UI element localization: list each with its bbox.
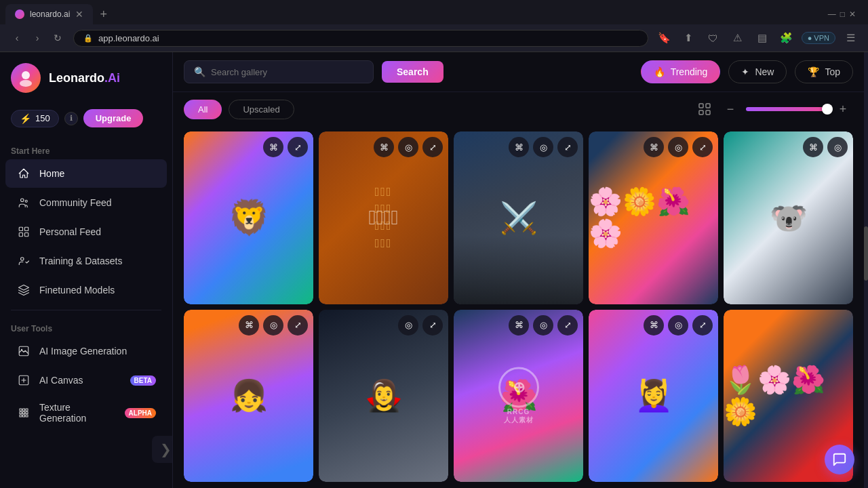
gallery-item[interactable]: 🐨 ⌘ ◎ (724, 131, 853, 304)
info-icon[interactable]: ℹ (64, 112, 78, 125)
lock-icon: 🔒 (83, 34, 93, 43)
close-tab-button[interactable]: ✕ (75, 9, 83, 20)
item-cmd-button[interactable]: ⌘ (803, 137, 823, 157)
item-cmd-button[interactable]: ⌘ (239, 315, 259, 336)
search-button[interactable]: Search (382, 61, 443, 83)
svg-rect-15 (706, 110, 710, 115)
svg-rect-14 (699, 110, 703, 115)
back-button[interactable]: ‹ (8, 29, 26, 47)
reader-button[interactable]: ▤ (753, 28, 772, 47)
item-overlay: ⌘ ◎ ⤢ (589, 131, 718, 163)
logo-text: Leonardo.Ai (49, 71, 120, 85)
sidebar-personal-label: Personal Feed (39, 226, 101, 237)
item-circle-button[interactable]: ◎ (398, 315, 418, 336)
forward-button[interactable]: › (28, 29, 46, 47)
active-tab[interactable]: leonardo.ai ✕ (5, 4, 93, 24)
trending-label: Trending (671, 66, 708, 77)
extensions-button[interactable]: 🧩 (777, 28, 796, 47)
gallery-item[interactable]: 🌸🌼🌺🌸 ⌘ ◎ ⤢ (589, 131, 718, 304)
texture-icon (16, 405, 31, 420)
search-box: 🔍 (184, 60, 374, 83)
item-circle-button[interactable]: ◎ (533, 315, 553, 336)
credits-value: 150 (35, 113, 50, 123)
reload-button[interactable]: ↻ (49, 29, 66, 47)
zoom-in-button[interactable]: + (833, 99, 853, 119)
item-circle-button[interactable]: ◎ (398, 137, 418, 157)
item-circle-button[interactable]: ◎ (263, 315, 283, 336)
search-input[interactable] (211, 67, 363, 77)
zoom-slider[interactable] (746, 107, 827, 111)
training-icon (16, 253, 31, 268)
item-overlay: ◎ ⤢ (319, 310, 448, 341)
gallery-grid: 🦁 ⌘ ⤢ 𓂀𓃒𓅓𓆙 𓂀𓃒𓅓𓆙� (184, 126, 853, 482)
shield-button[interactable]: 🛡 (704, 28, 723, 47)
sidebar-item-home[interactable]: Home (5, 159, 167, 188)
top-button[interactable]: 🏆 Top (795, 60, 853, 83)
trending-icon: 🔥 (654, 66, 665, 77)
new-icon: ✦ (741, 66, 749, 77)
item-circle-button[interactable]: ◎ (668, 315, 688, 336)
svg-point-1 (20, 80, 32, 87)
item-expand-button[interactable]: ⤢ (288, 137, 308, 157)
scrollbar-thumb[interactable] (864, 226, 868, 281)
new-tab-button[interactable]: + (93, 7, 114, 22)
item-cmd-button[interactable]: ⌘ (644, 137, 664, 157)
tab-bar: leonardo.ai ✕ + — □ ✕ (0, 0, 868, 24)
url-bar[interactable]: 🔒 app.leonardo.ai (73, 30, 648, 47)
menu-button[interactable]: ☰ (841, 28, 860, 47)
sidebar-item-personal-feed[interactable]: Personal Feed (5, 218, 167, 246)
item-cmd-button[interactable]: ⌘ (509, 315, 529, 336)
gallery-item-image: 🌸🌼🌺🌸 ⌘ ◎ ⤢ (589, 131, 718, 304)
sidebar-item-community-feed[interactable]: Community Feed (5, 188, 167, 217)
grid-controls: − + (694, 99, 853, 119)
item-cmd-button[interactable]: ⌘ (509, 137, 529, 157)
zoom-out-button[interactable]: − (720, 99, 741, 119)
sidebar-item-finetuned[interactable]: Finetuned Models (5, 276, 167, 304)
alert-button[interactable]: ⚠ (728, 28, 747, 47)
sidebar-divider (11, 310, 161, 310)
item-expand-button[interactable]: ⤢ (557, 315, 578, 336)
minimize-button[interactable]: — (828, 9, 836, 19)
new-button[interactable]: ✦ New (728, 60, 787, 83)
item-circle-button[interactable]: ◎ (533, 137, 553, 157)
chat-bubble[interactable] (825, 445, 854, 474)
gallery-item-image: 🌺 ⊕ RRCG 人人素材 ⌘ ◎ ⤢ (454, 310, 583, 483)
share-button[interactable]: ⬆ (679, 28, 698, 47)
item-expand-button[interactable]: ⤢ (557, 137, 578, 157)
credits-icon: ⚡ (20, 113, 31, 124)
sidebar-item-training[interactable]: Training & Datasets (5, 247, 167, 275)
gallery-item-image: 👧 ⌘ ◎ ⤢ (184, 310, 313, 483)
bookmark-button[interactable]: 🔖 (655, 28, 674, 47)
logo-dot: .Ai (104, 71, 120, 85)
all-tab[interactable]: All (184, 100, 222, 119)
trending-button[interactable]: 🔥 Trending (641, 60, 721, 83)
item-expand-button[interactable]: ⤢ (692, 315, 713, 336)
sidebar-item-texture[interactable]: Texture Generation ALPHA (5, 395, 167, 430)
item-cmd-button[interactable]: ⌘ (374, 137, 394, 157)
item-expand-button[interactable]: ⤢ (288, 315, 308, 336)
item-expand-button[interactable]: ⤢ (422, 315, 443, 336)
svg-rect-4 (19, 227, 22, 230)
item-cmd-button[interactable]: ⌘ (644, 315, 664, 336)
gallery-item[interactable]: 💆‍♀️ ⌘ ◎ ⤢ (589, 310, 718, 483)
gallery-item[interactable]: 👧 ⌘ ◎ ⤢ (184, 310, 313, 483)
upscaled-tab[interactable]: Upscaled (229, 100, 294, 119)
item-expand-button[interactable]: ⤢ (692, 137, 713, 157)
gallery-item[interactable]: ⚔️ ⌘ ◎ ⤢ (454, 131, 583, 304)
sidebar-item-ai-canvas[interactable]: AI Canvas BETA (5, 366, 167, 394)
item-expand-button[interactable]: ⤢ (422, 137, 443, 157)
sidebar-item-ai-image[interactable]: AI Image Generation (5, 337, 167, 365)
gallery-item[interactable]: 𓂀𓃒𓅓𓆙 𓂀𓃒𓅓𓆙𓇋𓈀𓉐𓊃𓋴𓌀𓍯𓎗 ⌘ ◎ ⤢ (319, 131, 448, 304)
item-cmd-button[interactable]: ⌘ (263, 137, 283, 157)
gallery-item[interactable]: 🦁 ⌘ ⤢ (184, 131, 313, 304)
item-circle-button[interactable]: ◎ (827, 137, 848, 157)
maximize-button[interactable]: □ (840, 9, 845, 19)
svg-rect-5 (25, 227, 28, 230)
upgrade-button[interactable]: Upgrade (83, 109, 144, 127)
close-window-button[interactable]: ✕ (849, 9, 856, 19)
right-scrollbar[interactable] (864, 52, 868, 488)
gallery-item[interactable]: 🌺 ⊕ RRCG 人人素材 ⌘ ◎ ⤢ (454, 310, 583, 483)
grid-view-button[interactable] (694, 99, 715, 119)
gallery-item[interactable]: 🧛‍♀️ ◎ ⤢ (319, 310, 448, 483)
item-circle-button[interactable]: ◎ (668, 137, 688, 157)
